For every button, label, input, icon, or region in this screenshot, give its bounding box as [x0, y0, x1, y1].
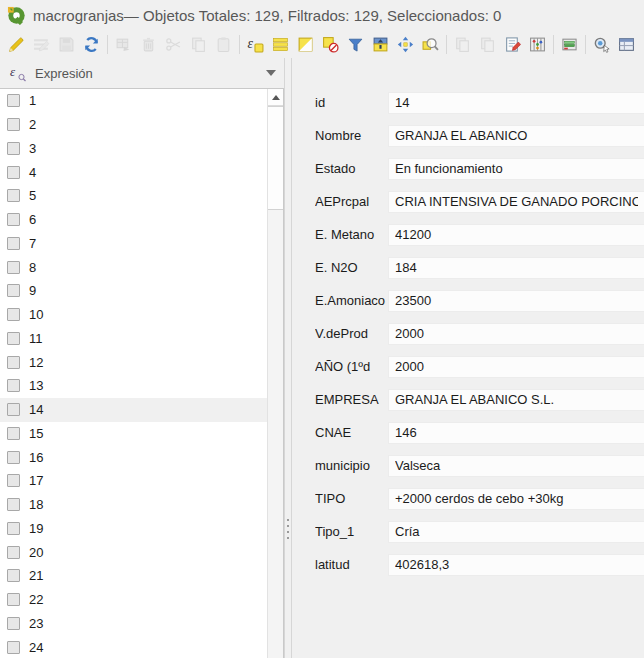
feature-list-panel: ε Expresión 1234567891011121314151617181… — [0, 58, 284, 658]
switch-form-view-button[interactable] — [614, 32, 639, 56]
field-row: E. Metano — [292, 218, 644, 251]
chevron-down-icon[interactable] — [266, 70, 276, 76]
scrollbar-thumb[interactable] — [268, 106, 283, 210]
dock-panel-icon — [561, 36, 578, 53]
title-bar: macrogranjas— Objetos Totales: 129, Filt… — [0, 0, 644, 30]
feature-row[interactable]: 1 — [0, 89, 267, 113]
feature-checkbox[interactable] — [7, 522, 20, 535]
feature-row[interactable]: 9 — [0, 279, 267, 303]
feature-list-scrollbar[interactable] — [267, 89, 283, 658]
feature-row[interactable]: 13 — [0, 374, 267, 398]
feature-row[interactable]: 2 — [0, 113, 267, 137]
feature-checkbox[interactable] — [7, 308, 20, 321]
field-input[interactable] — [388, 224, 644, 246]
dock-table-button[interactable] — [557, 32, 582, 56]
feature-checkbox[interactable] — [7, 118, 20, 131]
feature-checkbox[interactable] — [7, 569, 20, 582]
feature-checkbox[interactable] — [7, 593, 20, 606]
field-input[interactable] — [388, 92, 644, 114]
field-label: latitud — [315, 557, 388, 572]
feature-row[interactable]: 16 — [0, 445, 267, 469]
field-input[interactable] — [388, 290, 644, 312]
feature-id-label: 22 — [29, 592, 43, 607]
feature-row[interactable]: 22 — [0, 588, 267, 612]
feature-row[interactable]: 6 — [0, 208, 267, 232]
feature-checkbox[interactable] — [7, 94, 20, 107]
feature-row[interactable]: 4 — [0, 160, 267, 184]
feature-checkbox[interactable] — [7, 498, 20, 511]
feature-row[interactable]: 3 — [0, 137, 267, 161]
feature-checkbox[interactable] — [7, 379, 20, 392]
feature-checkbox[interactable] — [7, 189, 20, 202]
feature-checkbox[interactable] — [7, 166, 20, 179]
field-row: id — [292, 86, 644, 119]
feature-id-label: 21 — [29, 568, 43, 583]
expression-filter-combobox[interactable]: ε Expresión — [0, 58, 284, 88]
feature-row[interactable]: 12 — [0, 350, 267, 374]
select-all-button[interactable] — [268, 32, 293, 56]
feature-row[interactable]: 17 — [0, 469, 267, 493]
feature-row[interactable]: 24 — [0, 635, 267, 658]
feature-row[interactable]: 21 — [0, 564, 267, 588]
move-selection-top-button[interactable] — [368, 32, 393, 56]
feature-checkbox[interactable] — [7, 403, 20, 416]
conditional-formatting-button[interactable] — [525, 32, 550, 56]
field-input[interactable] — [388, 422, 644, 444]
toolbar-separator — [446, 35, 447, 54]
select-by-expression-button[interactable]: ε — [243, 32, 268, 56]
filter-select-button[interactable] — [343, 32, 368, 56]
feature-checkbox[interactable] — [7, 332, 20, 345]
feature-checkbox[interactable] — [7, 237, 20, 250]
zoom-to-selection-button[interactable] — [418, 32, 443, 56]
feature-checkbox[interactable] — [7, 641, 20, 654]
pan-to-selection-button[interactable] — [393, 32, 418, 56]
field-input[interactable] — [388, 125, 644, 147]
feature-checkbox[interactable] — [7, 356, 20, 369]
copy-icon — [479, 36, 496, 53]
deselect-all-button[interactable] — [318, 32, 343, 56]
pencil-yellow-icon — [8, 36, 25, 53]
field-input[interactable] — [388, 488, 644, 510]
feature-row[interactable]: 18 — [0, 493, 267, 517]
abacus-icon — [529, 36, 546, 53]
feature-row[interactable]: 19 — [0, 517, 267, 541]
field-calculator-button[interactable] — [500, 32, 525, 56]
feature-id-label: 14 — [29, 402, 43, 417]
search-widget-button[interactable] — [589, 32, 614, 56]
feature-row[interactable]: 15 — [0, 422, 267, 446]
reload-button[interactable] — [79, 32, 104, 56]
field-input[interactable] — [388, 191, 644, 213]
panel-splitter[interactable] — [284, 58, 292, 658]
feature-row[interactable]: 23 — [0, 612, 267, 636]
feature-row[interactable]: 8 — [0, 255, 267, 279]
field-input[interactable] — [388, 158, 644, 180]
feature-row[interactable]: 11 — [0, 327, 267, 351]
field-input[interactable] — [388, 356, 644, 378]
feature-checkbox[interactable] — [7, 474, 20, 487]
feature-checkbox[interactable] — [7, 451, 20, 464]
feature-row[interactable]: 7 — [0, 232, 267, 256]
feature-row[interactable]: 10 — [0, 303, 267, 327]
field-input[interactable] — [388, 554, 644, 576]
field-input[interactable] — [388, 521, 644, 543]
field-input[interactable] — [388, 323, 644, 345]
feature-row[interactable]: 20 — [0, 540, 267, 564]
field-input[interactable] — [388, 389, 644, 411]
qgis-logo-icon — [7, 6, 26, 25]
field-input[interactable] — [388, 455, 644, 477]
feature-checkbox[interactable] — [7, 261, 20, 274]
feature-row[interactable]: 5 — [0, 184, 267, 208]
feature-checkbox[interactable] — [7, 617, 20, 630]
feature-checkbox[interactable] — [7, 284, 20, 297]
feature-id-label: 23 — [29, 616, 43, 631]
invert-selection-button[interactable] — [293, 32, 318, 56]
feature-checkbox[interactable] — [7, 546, 20, 559]
scroll-up-button[interactable] — [268, 89, 283, 106]
field-input[interactable] — [388, 257, 644, 279]
feature-checkbox[interactable] — [7, 427, 20, 440]
feature-checkbox[interactable] — [7, 142, 20, 155]
feature-checkbox[interactable] — [7, 213, 20, 226]
floppy-icon — [58, 36, 75, 53]
toggle-editing-button[interactable] — [4, 32, 29, 56]
feature-row[interactable]: 14 — [0, 398, 267, 422]
